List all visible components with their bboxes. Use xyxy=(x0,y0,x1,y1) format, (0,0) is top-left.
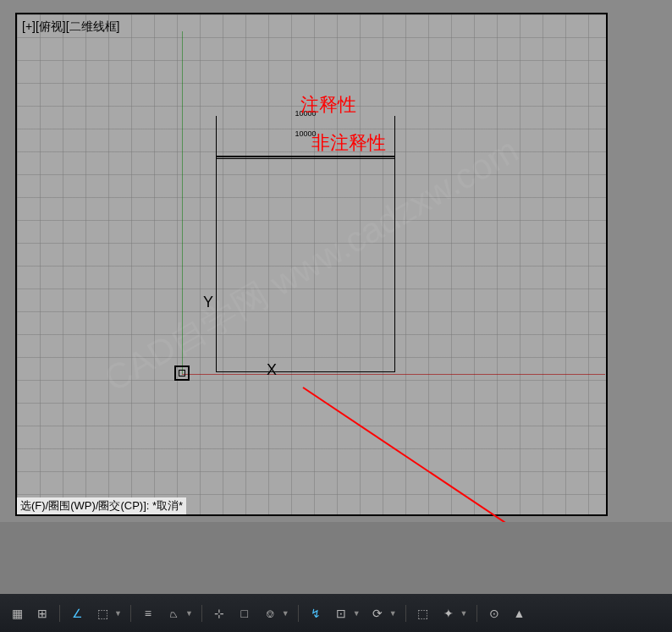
sb-lwt-button[interactable]: ⊡ xyxy=(329,602,353,625)
sb-dyn-button[interactable]: ↯ xyxy=(304,602,328,625)
drawing-viewport[interactable]: CAD自学网 www.cadzxw.com [+][俯视][二维线框] Y X … xyxy=(15,13,608,516)
sb-osnap-button[interactable]: ⊹ xyxy=(207,602,231,625)
ucs-y-axis xyxy=(182,31,183,374)
axis-y-label: Y xyxy=(203,294,213,311)
chevron-down-icon[interactable]: ▼ xyxy=(353,609,361,618)
status-bar: ▦ ⊞ ∠ ⬚ ▼ ≡ ⏢ ▼ ⊹ □ ⎊ ▼ ↯ ⊡ ▼ ⟳ ▼ ⬚ ✦ ▼ … xyxy=(0,594,672,632)
chevron-down-icon[interactable]: ▼ xyxy=(282,609,289,618)
sb-snap-button[interactable]: ∠ xyxy=(65,602,89,625)
sb-gizmo-button[interactable]: ✦ xyxy=(437,602,460,625)
chevron-down-icon[interactable]: ▼ xyxy=(389,609,397,618)
annotation-label-1: 注释性 xyxy=(300,92,356,118)
sb-grid-button[interactable]: ⊞ xyxy=(30,602,54,625)
sb-otrack-button[interactable]: ⎊ xyxy=(258,602,282,625)
rectangle-object[interactable] xyxy=(216,158,395,372)
dim-ext-line xyxy=(216,137,217,157)
sb-iso-button[interactable]: ⏢ xyxy=(162,602,185,625)
sb-polar-button[interactable]: ≡ xyxy=(136,602,160,625)
separator xyxy=(130,605,131,622)
separator xyxy=(59,605,60,622)
sb-model-button[interactable]: ▦ xyxy=(5,602,29,625)
sb-cycle-button[interactable]: ⟳ xyxy=(366,602,389,625)
ucs-x-axis xyxy=(182,374,605,375)
chevron-down-icon[interactable]: ▼ xyxy=(460,609,468,618)
annotation-label-2: 非注释性 xyxy=(311,130,386,156)
ucs-origin-inner xyxy=(179,370,185,376)
sb-anno-scale-button[interactable]: ▲ xyxy=(508,602,532,625)
dim-line xyxy=(216,157,395,157)
ucs-origin-icon[interactable] xyxy=(174,365,190,381)
sb-sel-button[interactable]: ⬚ xyxy=(411,602,435,625)
separator xyxy=(201,605,202,622)
sb-3dosnap-button[interactable]: □ xyxy=(233,602,256,625)
sb-anno-vis-button[interactable]: ⊙ xyxy=(482,602,506,625)
command-line[interactable]: 选(F)/圈围(WP)/圈交(CP)]: *取消* xyxy=(17,497,186,514)
separator xyxy=(476,605,477,622)
chevron-down-icon[interactable]: ▼ xyxy=(185,609,193,618)
separator xyxy=(298,605,299,622)
dim-line xyxy=(216,156,395,157)
view-label[interactable]: [+][俯视][二维线框] xyxy=(22,19,120,35)
separator xyxy=(405,605,406,622)
chevron-down-icon[interactable]: ▼ xyxy=(114,609,122,618)
dim-ext-line xyxy=(394,137,395,157)
gap-area xyxy=(0,522,672,594)
sb-ortho-button[interactable]: ⬚ xyxy=(91,602,114,625)
